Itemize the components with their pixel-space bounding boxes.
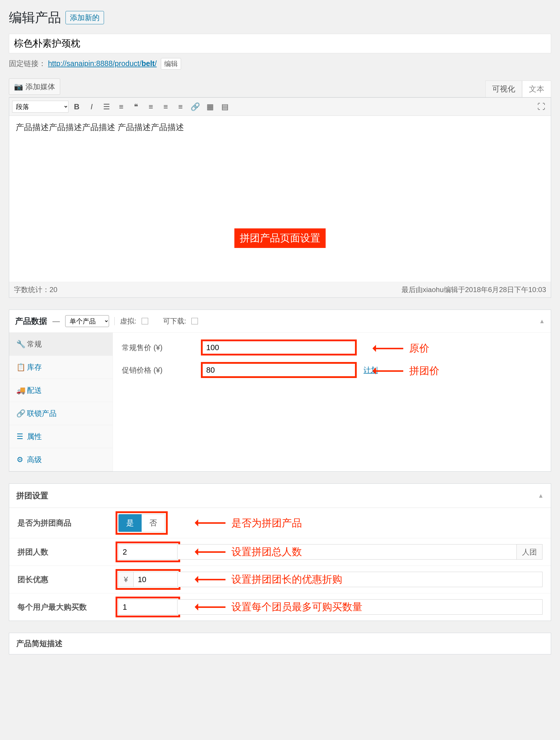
people-suffix: 人团 [517, 544, 543, 560]
groupbuy-panel: 拼团设置 ▲ 是否为拼团商品 是 否 是否为拼团产品 拼团人数 人团 设置拼团总… [9, 483, 551, 621]
align-right-icon[interactable]: ≡ [174, 100, 187, 113]
editor-content[interactable]: 产品描述产品描述产品描述 产品描述产品描述 拼团产品页面设置 [9, 116, 551, 282]
bullet-list-icon[interactable]: ☰ [100, 100, 113, 113]
align-center-icon[interactable]: ≡ [159, 100, 172, 113]
permalink-row: 固定链接： http://sanaipin:8888/product/belt/… [9, 58, 551, 70]
more-icon[interactable]: ▦ [203, 100, 216, 113]
link-icon: 🔗 [16, 409, 23, 418]
wrench-icon: 🔧 [16, 340, 23, 348]
editor-toolbar: 段落 B I ☰ ≡ ❝ ≡ ≡ ≡ 🔗 ▦ ▤ ⛶ [9, 97, 551, 116]
tab-advanced[interactable]: ⚙高级 [9, 448, 113, 471]
product-data-header: 产品数据 — 单个产品 虚拟: 可下载: ▲ [9, 310, 551, 333]
tab-text[interactable]: 文本 [522, 81, 551, 97]
editor-top-bar: 📷 添加媒体 可视化 文本 [9, 79, 551, 97]
editor-mode-tabs: 可视化 文本 [485, 81, 551, 97]
permalink-link[interactable]: http://sanaipin:8888/product/belt/ [48, 59, 157, 68]
last-edited-text: 最后由xiaohu编辑于2018年6月28日下午10:03 [401, 285, 546, 294]
permalink-label: 固定链接： [9, 59, 46, 68]
leader-discount-input[interactable] [133, 572, 178, 587]
row-max: 每个用户最大购买数 设置每个团员最多可购买数量 [9, 593, 551, 621]
align-left-icon[interactable]: ≡ [144, 100, 157, 113]
regular-price-label: 常规售价 (¥) [122, 343, 202, 353]
add-media-button[interactable]: 📷 添加媒体 [9, 79, 60, 95]
tab-visual[interactable]: 可视化 [485, 81, 522, 97]
tab-shipping[interactable]: 🚚配送 [9, 379, 113, 402]
regular-price-input[interactable] [202, 340, 356, 355]
groupbuy-title: 拼团设置 ▲ [9, 484, 551, 508]
truck-icon: 🚚 [16, 386, 23, 394]
arrow-icon [196, 579, 225, 580]
tab-general[interactable]: 🔧常规 [9, 333, 113, 356]
tab-attributes[interactable]: ☰属性 [9, 425, 113, 448]
list-icon: ☰ [16, 432, 23, 441]
annotation-original-price: 原价 [409, 342, 429, 355]
add-new-button[interactable]: 添加新的 [66, 11, 104, 24]
bold-icon[interactable]: B [70, 100, 83, 113]
editor-status-bar: 字数统计：20 最后由xiaohu编辑于2018年6月28日下午10:03 [9, 282, 551, 297]
link-icon[interactable]: 🔗 [189, 100, 202, 113]
page-header: 编辑产品 添加新的 [9, 9, 551, 26]
collapse-icon[interactable]: ▲ [538, 492, 544, 499]
numbered-list-icon[interactable]: ≡ [115, 100, 128, 113]
max-buy-input[interactable] [118, 599, 178, 615]
blockquote-icon[interactable]: ❝ [129, 100, 143, 113]
row-leader: 团长优惠 ¥ 设置拼团团长的优惠折购 [9, 565, 551, 593]
is-group-toggle[interactable]: 是 否 [118, 514, 165, 532]
row-people: 拼团人数 人团 设置拼团总人数 [9, 538, 551, 565]
arrow-icon [374, 370, 403, 372]
product-title-input[interactable] [9, 34, 551, 53]
annotation-leader: 设置拼团团长的优惠折购 [231, 573, 342, 586]
media-icon: 📷 [14, 82, 23, 91]
annotation-is-group: 是否为拼团产品 [231, 516, 302, 530]
general-fields: 常规售价 (¥) 原价 促销价格 (¥) 计划 拼团价 [113, 333, 551, 471]
sale-price-input[interactable] [202, 363, 356, 377]
product-data-tabs: 🔧常规 📋库存 🚚配送 🔗联锁产品 ☰属性 ⚙高级 [9, 333, 113, 471]
short-description-header: 产品简短描述 [9, 633, 551, 654]
page-title: 编辑产品 [9, 9, 61, 26]
arrow-icon [196, 522, 225, 524]
currency-prefix: ¥ [118, 572, 133, 587]
annotation-max: 设置每个团员最多可购买数量 [231, 600, 362, 614]
format-select[interactable]: 段落 [12, 101, 69, 112]
tab-linked[interactable]: 🔗联锁产品 [9, 402, 113, 425]
virtual-checkbox[interactable] [142, 318, 148, 325]
annotation-group-price: 拼团价 [409, 364, 440, 378]
collapse-icon[interactable]: ▲ [539, 318, 545, 325]
row-is-group: 是否为拼团商品 是 否 是否为拼团产品 [9, 508, 551, 538]
annotation-people: 设置拼团总人数 [231, 545, 302, 559]
toggle-yes[interactable]: 是 [118, 514, 142, 532]
edit-permalink-button[interactable]: 编辑 [161, 58, 181, 70]
toggle-no[interactable]: 否 [142, 514, 165, 532]
fullscreen-icon[interactable]: ⛶ [535, 100, 548, 113]
product-data-panel: 产品数据 — 单个产品 虚拟: 可下载: ▲ 🔧常规 📋库存 🚚配送 🔗联锁产品… [9, 309, 551, 472]
sale-price-label: 促销价格 (¥) [122, 365, 202, 375]
arrow-icon [196, 607, 225, 608]
clipboard-icon: 📋 [16, 363, 23, 371]
toolbar-toggle-icon[interactable]: ▤ [218, 100, 231, 113]
arrow-icon [196, 551, 225, 553]
tab-inventory[interactable]: 📋库存 [9, 356, 113, 379]
downloadable-checkbox[interactable] [191, 318, 198, 325]
editor-box: 段落 B I ☰ ≡ ❝ ≡ ≡ ≡ 🔗 ▦ ▤ ⛶ 产品描述产品描述产品描述 … [9, 97, 551, 298]
italic-icon[interactable]: I [85, 100, 98, 113]
product-type-select[interactable]: 单个产品 [65, 315, 109, 327]
annotation-group-page: 拼团产品页面设置 [235, 228, 325, 248]
gear-icon: ⚙ [16, 455, 23, 464]
people-input[interactable] [118, 544, 178, 560]
arrow-icon [374, 348, 403, 349]
